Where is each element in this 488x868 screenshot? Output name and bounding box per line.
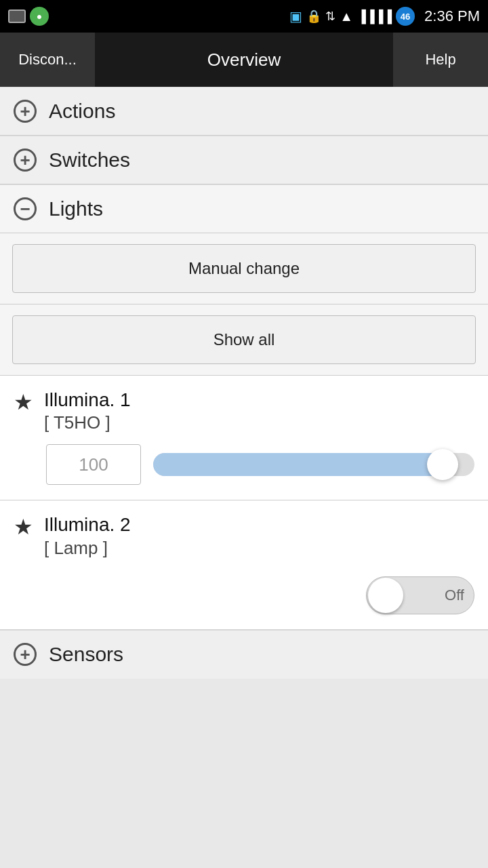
nav-title: Overview xyxy=(95,50,393,71)
lights-content: Manual change Show all ★ Illumina. 1 [ T… xyxy=(0,233,488,630)
manual-change-row: Manual change xyxy=(0,233,488,304)
lights-section-header[interactable]: − Lights xyxy=(0,184,488,233)
light-1-slider[interactable] xyxy=(153,453,474,476)
status-bar-icons: ▣ 🔒 ⇅ ▲ ▐▐▐▐ 46 2:36 PM xyxy=(289,7,480,26)
light-1-header: ★ Illumina. 1 [ T5HO ] xyxy=(14,388,474,433)
actions-label: Actions xyxy=(49,100,115,123)
light-1-info: Illumina. 1 [ T5HO ] xyxy=(44,388,131,433)
light-1-value: 100 xyxy=(46,444,141,485)
help-button[interactable]: Help xyxy=(393,33,488,87)
light-2-toggle[interactable]: Off xyxy=(366,576,474,614)
light-1-star-icon[interactable]: ★ xyxy=(14,389,33,415)
light-2-header: ★ Illumina. 2 [ Lamp ] xyxy=(14,513,474,558)
app-icon: ● xyxy=(30,7,49,26)
light-2-toggle-label: Off xyxy=(445,587,464,604)
light-2-name: Illumina. 2 xyxy=(44,513,131,537)
switches-label: Switches xyxy=(49,149,130,172)
lights-collapse-icon: − xyxy=(14,197,37,220)
transfer-icon: ⇅ xyxy=(325,9,336,24)
lock-icon: 🔒 xyxy=(306,9,321,24)
light-2-type: [ Lamp ] xyxy=(44,538,131,559)
status-time: 2:36 PM xyxy=(424,7,480,25)
show-all-button[interactable]: Show all xyxy=(12,315,476,364)
sensors-expand-icon: + xyxy=(14,643,37,666)
network-badge: 46 xyxy=(396,7,415,26)
sensors-section-header[interactable]: + Sensors xyxy=(0,630,488,679)
light-1-slider-fill xyxy=(153,453,443,476)
light-2-star-icon[interactable]: ★ xyxy=(14,514,33,540)
screen-icon xyxy=(8,9,26,23)
light-1-control: 100 xyxy=(14,444,474,485)
actions-expand-icon: + xyxy=(14,100,37,123)
sensors-label: Sensors xyxy=(49,643,123,666)
light-2-info: Illumina. 2 [ Lamp ] xyxy=(44,513,131,558)
light-2-toggle-thumb xyxy=(368,578,403,613)
light-item-2: ★ Illumina. 2 [ Lamp ] Off xyxy=(0,500,488,629)
light-1-name: Illumina. 1 xyxy=(44,388,131,412)
switches-section-header[interactable]: + Switches xyxy=(0,136,488,184)
light-1-slider-thumb[interactable] xyxy=(427,449,458,480)
light-1-type: [ T5HO ] xyxy=(44,412,131,433)
show-all-row: Show all xyxy=(0,304,488,376)
light-item-1: ★ Illumina. 1 [ T5HO ] 100 xyxy=(0,376,488,500)
signal-icon: ▐▐▐▐ xyxy=(357,9,392,24)
wifi-icon: ▲ xyxy=(340,9,353,24)
disconnect-button[interactable]: Discon... xyxy=(0,33,95,87)
actions-section-header[interactable]: + Actions xyxy=(0,87,488,136)
status-bar-left: ● xyxy=(8,7,49,26)
light-2-toggle-row: Off xyxy=(14,570,474,614)
switches-expand-icon: + xyxy=(14,149,37,172)
sd-icon: ▣ xyxy=(289,8,302,24)
status-bar: ● ▣ 🔒 ⇅ ▲ ▐▐▐▐ 46 2:36 PM xyxy=(0,0,488,33)
nav-bar: Discon... Overview Help xyxy=(0,33,488,87)
manual-change-button[interactable]: Manual change xyxy=(12,244,476,293)
lights-label: Lights xyxy=(49,197,103,220)
